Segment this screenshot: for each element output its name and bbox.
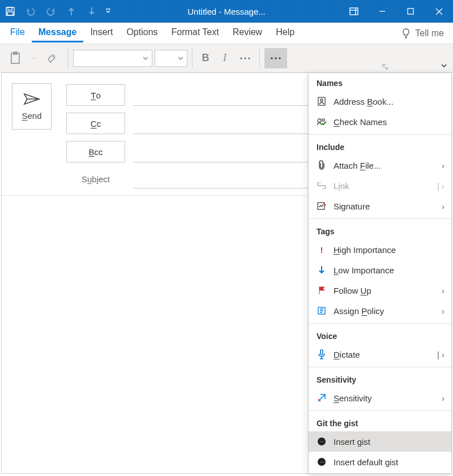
- sensitivity-icon: [317, 393, 327, 402]
- menu-label: Signature: [334, 201, 370, 211]
- gist-icon: ⋯: [317, 457, 327, 466]
- font-family-combo[interactable]: [73, 50, 152, 67]
- italic-button[interactable]: I: [216, 48, 233, 68]
- svg-point-11: [275, 57, 277, 59]
- redo-button[interactable]: [41, 0, 61, 23]
- ribbon-overflow-button[interactable]: [264, 48, 287, 68]
- gist-icon: ⋯: [317, 437, 327, 446]
- save-button[interactable]: [0, 0, 20, 23]
- chevron-right-icon: ›: [442, 286, 445, 295]
- qat-customize-button[interactable]: [102, 0, 114, 23]
- menu-insert-default-gist[interactable]: ⋯ Insert default gist: [309, 452, 451, 472]
- tab-options[interactable]: Options: [119, 24, 164, 42]
- dialog-launcher-icon[interactable]: [382, 64, 388, 70]
- menu-header-gist: Git the gist: [309, 413, 451, 431]
- svg-rect-4: [408, 8, 413, 14]
- tab-format-text[interactable]: Format Text: [165, 24, 226, 42]
- menu-link: Link | ›: [309, 175, 451, 196]
- send-icon: [23, 93, 40, 105]
- menu-header-names: Names: [309, 73, 451, 91]
- quick-access-toolbar: [0, 0, 114, 23]
- font-size-combo[interactable]: [155, 50, 187, 67]
- menu-label: Insert default gist: [334, 457, 398, 467]
- svg-point-10: [271, 57, 273, 59]
- svg-point-8: [244, 57, 246, 59]
- send-button[interactable]: Send: [12, 83, 52, 130]
- flag-icon: [317, 286, 327, 295]
- svg-point-16: [322, 119, 324, 121]
- policy-icon: [317, 306, 327, 315]
- tab-message[interactable]: Message: [32, 24, 84, 42]
- menu-check-names[interactable]: Check Names: [309, 112, 451, 132]
- svg-point-15: [318, 119, 321, 122]
- menu-signature[interactable]: Signature ›: [309, 196, 451, 216]
- separator: [192, 48, 193, 68]
- paperclip-icon: [317, 160, 327, 170]
- menu-assign-policy[interactable]: Assign Policy ›: [309, 301, 451, 321]
- svg-rect-1: [8, 7, 12, 10]
- separator: [259, 48, 260, 68]
- separator: [68, 48, 69, 68]
- menu-insert-gist[interactable]: ⋯ Insert gist: [309, 431, 451, 452]
- address-book-icon: [317, 97, 327, 106]
- paste-button[interactable]: [5, 48, 27, 68]
- bold-button[interactable]: B: [197, 48, 214, 68]
- paste-dropdown[interactable]: [29, 48, 39, 68]
- svg-point-14: [320, 99, 323, 101]
- menu-label: Check Names: [334, 117, 387, 127]
- send-label: Send: [22, 111, 41, 121]
- menu-dictate[interactable]: Dictate | ›: [309, 344, 451, 364]
- chevron-right-icon: ›: [442, 161, 445, 170]
- check-names-icon: [317, 118, 327, 126]
- minimize-button[interactable]: [368, 0, 396, 23]
- cc-button[interactable]: Cc: [66, 113, 125, 134]
- menu-label: Link: [334, 181, 349, 191]
- high-importance-icon: !: [317, 245, 327, 255]
- menu-label: Address Book...: [334, 97, 394, 106]
- format-painter-button[interactable]: [41, 48, 63, 68]
- ribbon-display-button[interactable]: [340, 0, 368, 23]
- low-importance-icon: [317, 265, 327, 275]
- tab-help[interactable]: Help: [269, 24, 301, 42]
- tell-me-search[interactable]: Tell me: [396, 28, 450, 38]
- menu-label: Attach File...: [334, 161, 381, 170]
- ribbon-toolbar: B I: [0, 44, 453, 72]
- svg-rect-19: [320, 350, 323, 355]
- svg-rect-2: [7, 12, 13, 15]
- tab-review[interactable]: Review: [226, 24, 269, 42]
- menu-label: Low Importance: [334, 265, 394, 275]
- menu-high-importance[interactable]: ! High Importance: [309, 239, 451, 260]
- chevron-right-icon: ›: [442, 393, 445, 403]
- title-bar: Untitled - Message...: [0, 0, 453, 23]
- to-button[interactable]: To: [66, 84, 125, 106]
- menu-header-sensitivity: Sensitivity: [309, 370, 451, 388]
- tab-file[interactable]: File: [3, 24, 32, 42]
- menu-sensitivity[interactable]: Sensitivity ›: [309, 388, 451, 408]
- font-more-button[interactable]: [236, 48, 255, 68]
- menu-header-voice: Voice: [309, 326, 451, 344]
- close-button[interactable]: [425, 0, 453, 23]
- ribbon-tab-strip: File Message Insert Options Format Text …: [0, 23, 453, 44]
- maximize-button[interactable]: [396, 0, 425, 23]
- menu-header-include: Include: [309, 137, 451, 155]
- collapse-ribbon-button[interactable]: [441, 63, 447, 68]
- ribbon-overflow-menu: Names Address Book... Check Names Includ…: [308, 72, 452, 474]
- previous-item-button[interactable]: [61, 0, 82, 23]
- menu-attach-file[interactable]: Attach File... ›: [309, 155, 451, 175]
- next-item-button[interactable]: [82, 0, 102, 23]
- svg-point-9: [248, 57, 250, 59]
- bcc-button[interactable]: Bcc: [66, 141, 125, 162]
- lightbulb-icon: [401, 28, 411, 38]
- menu-address-book[interactable]: Address Book...: [309, 91, 451, 112]
- link-icon: [317, 182, 327, 189]
- tab-insert[interactable]: Insert: [83, 24, 119, 42]
- undo-button[interactable]: [20, 0, 41, 23]
- menu-label: Sensitivity: [334, 393, 372, 403]
- svg-text:⋯: ⋯: [320, 460, 324, 464]
- menu-follow-up[interactable]: Follow Up ›: [309, 280, 451, 301]
- menu-low-importance[interactable]: Low Importance: [309, 260, 451, 280]
- tell-me-label: Tell me: [415, 28, 444, 38]
- chevron-right-icon: ›: [442, 306, 445, 316]
- subject-label: Subject: [66, 174, 125, 184]
- svg-rect-3: [350, 8, 358, 15]
